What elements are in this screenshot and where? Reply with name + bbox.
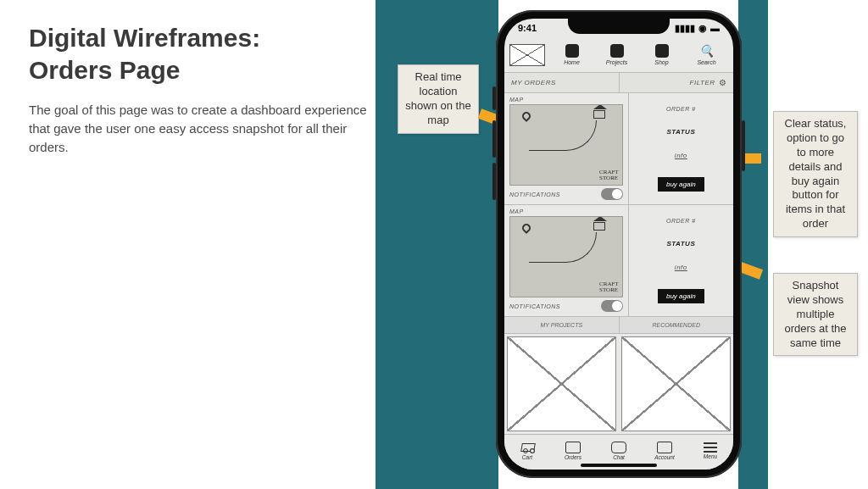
- recommended-heading: RECOMMENDED: [620, 317, 734, 333]
- map-label: MAP: [509, 97, 623, 103]
- nav-projects-label: Projects: [606, 59, 627, 65]
- order-map[interactable]: CRAFT STORE: [509, 104, 623, 186]
- slide-text-block: Digital Wireframes: Orders Page The goal…: [29, 22, 368, 156]
- nav-cart-label: Cart: [522, 454, 532, 460]
- wifi-icon: ◉: [698, 23, 707, 34]
- nav-shop-label: Shop: [654, 59, 668, 65]
- filter-button[interactable]: FILTER ⚙: [620, 73, 734, 92]
- nav-cart[interactable]: Cart: [504, 435, 550, 466]
- nav-account-label: Account: [654, 454, 675, 460]
- nav-account[interactable]: Account: [642, 435, 687, 466]
- project-placeholder[interactable]: [621, 336, 731, 431]
- nav-search[interactable]: 🔍 Search: [685, 44, 728, 65]
- callout-status: Clear status, option to go to more detai…: [773, 111, 858, 237]
- filter-label: FILTER: [690, 79, 715, 86]
- order-number-label: ORDER #: [666, 106, 696, 112]
- home-indicator: [581, 464, 657, 467]
- nav-home[interactable]: Home: [550, 44, 593, 65]
- map-home-icon: [593, 110, 605, 119]
- order-status-label: STATUS: [666, 240, 695, 247]
- account-icon: [657, 442, 672, 453]
- phone-status-bar: 9:41 ▮▮▮▮ ◉ ▬: [504, 19, 733, 37]
- map-label: MAP: [509, 208, 623, 214]
- buy-again-button[interactable]: buy again: [658, 177, 704, 192]
- order-info-link[interactable]: info: [675, 264, 687, 271]
- order-info-link[interactable]: info: [675, 152, 687, 159]
- battery-icon: ▬: [710, 23, 720, 33]
- phone-time: 9:41: [518, 23, 537, 33]
- order-map[interactable]: CRAFT STORE: [509, 216, 623, 297]
- notifications-label: NOTIFICATIONS: [509, 192, 560, 197]
- orders-section-bar: MY ORDERS FILTER ⚙: [504, 73, 733, 93]
- map-store-label: CRAFT STORE: [599, 169, 619, 181]
- nav-projects[interactable]: Projects: [595, 44, 638, 65]
- orders-icon: [565, 442, 581, 453]
- projects-section-bar: MY PROJECTS RECOMMENDED: [504, 317, 733, 334]
- nav-orders[interactable]: Orders: [550, 435, 596, 466]
- filter-icon: ⚙: [719, 78, 727, 87]
- home-icon: [565, 44, 579, 58]
- nav-search-label: Search: [697, 59, 715, 65]
- order-card: MAP CRAFT STORE NOTIFICATIONS: [504, 93, 733, 205]
- my-projects-heading: MY PROJECTS: [504, 317, 620, 333]
- nav-menu-label: Menu: [704, 453, 717, 459]
- my-orders-heading: MY ORDERS: [504, 73, 620, 92]
- callout-map: Real time location shown on the map: [398, 64, 479, 134]
- cart-icon: [520, 442, 535, 453]
- nav-chat-label: Chat: [613, 454, 625, 460]
- buy-again-button[interactable]: buy again: [658, 289, 704, 303]
- top-nav: Home Projects Shop 🔍 Search: [504, 37, 733, 73]
- search-icon: 🔍: [700, 44, 714, 58]
- menu-icon: [704, 442, 717, 453]
- nav-shop[interactable]: Shop: [640, 44, 683, 65]
- notifications-label: NOTIFICATIONS: [509, 303, 560, 309]
- nav-menu[interactable]: Menu: [687, 435, 733, 466]
- order-card: MAP CRAFT STORE NOTIFICATIONS: [504, 205, 733, 317]
- chat-icon: [611, 442, 626, 453]
- order-number-label: ORDER #: [666, 218, 696, 224]
- slide-title: Digital Wireframes: Orders Page: [29, 22, 368, 86]
- shop-icon: [655, 44, 669, 58]
- nav-chat[interactable]: Chat: [596, 435, 642, 466]
- map-home-icon: [593, 222, 605, 231]
- notifications-toggle[interactable]: [601, 188, 623, 200]
- app-logo[interactable]: [509, 44, 545, 66]
- callout-snapshot: Snapshot view shows multiple orders at t…: [773, 273, 858, 356]
- slide-description: The goal of this page was to create a da…: [29, 101, 368, 156]
- map-store-label: CRAFT STORE: [599, 281, 619, 293]
- nav-home-label: Home: [564, 59, 580, 65]
- map-route: [529, 232, 597, 263]
- signal-icon: ▮▮▮▮: [675, 23, 695, 34]
- projects-icon: [610, 44, 624, 58]
- phone-mockup: 9:41 ▮▮▮▮ ◉ ▬ Home Projects: [496, 10, 742, 478]
- project-placeholder[interactable]: [507, 336, 616, 431]
- nav-orders-label: Orders: [565, 454, 581, 460]
- order-status-label: STATUS: [666, 128, 695, 136]
- map-route: [529, 120, 597, 151]
- projects-grid: [504, 334, 733, 434]
- notifications-toggle[interactable]: [601, 300, 623, 312]
- decorative-teal-bar-right: [738, 0, 768, 489]
